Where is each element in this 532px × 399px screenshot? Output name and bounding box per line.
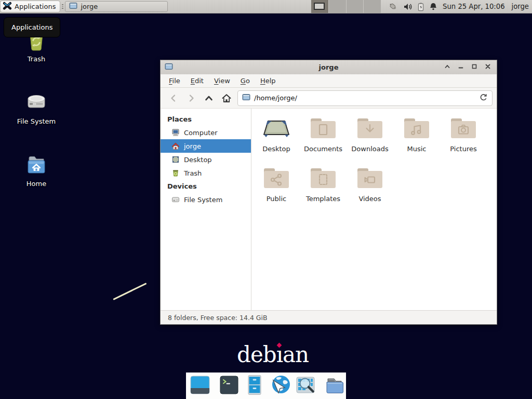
shade-icon xyxy=(443,62,451,72)
workspace-4[interactable] xyxy=(363,0,381,13)
folder-music-icon xyxy=(403,116,431,141)
reload-icon[interactable] xyxy=(479,93,488,103)
sidebar-item-label: Computer xyxy=(184,129,218,137)
up-button[interactable] xyxy=(200,90,218,106)
folder-public-icon xyxy=(262,166,290,191)
directory-menu-launcher[interactable] xyxy=(324,375,345,397)
top-panel: Applications jorge Sun 25 Apr, 10:06 jor… xyxy=(0,0,532,14)
dock-terminal-icon xyxy=(218,374,240,397)
file-item-music[interactable]: Music xyxy=(393,114,440,164)
workspace-2[interactable] xyxy=(328,0,346,13)
sidebar-item-label: Desktop xyxy=(184,156,212,164)
file-manager-launcher[interactable] xyxy=(244,375,265,397)
desktop-place-icon xyxy=(171,155,180,164)
menu-help[interactable]: Help xyxy=(255,75,281,86)
file-grid: Desktop Documents Downloads Music Pictur… xyxy=(251,109,497,310)
app-finder-launcher[interactable] xyxy=(295,375,316,397)
shade-button[interactable] xyxy=(443,63,452,72)
pager-window-thumb xyxy=(314,3,325,10)
applications-button[interactable]: Applications xyxy=(0,1,60,12)
sidebar-item-file-system[interactable]: File System xyxy=(161,193,251,206)
panel-username[interactable]: jorge xyxy=(512,3,529,10)
file-item-label: Videos xyxy=(358,195,381,203)
wordmark-i: ı xyxy=(276,342,283,367)
workspace-1[interactable] xyxy=(311,0,328,13)
trash-place-icon xyxy=(171,169,180,177)
file-item-label: Music xyxy=(407,145,427,153)
desktop-icon-label: Home xyxy=(26,180,46,188)
file-item-public[interactable]: Public xyxy=(253,164,300,214)
path-bar[interactable]: /home/jorge/ xyxy=(237,90,493,106)
maximize-button[interactable] xyxy=(470,63,479,72)
file-item-desktop[interactable]: Desktop xyxy=(253,114,300,164)
battery-icon[interactable] xyxy=(417,2,424,11)
file-item-templates[interactable]: Templates xyxy=(300,164,347,214)
applications-tooltip-text: Applications xyxy=(11,23,52,31)
forward-button[interactable] xyxy=(182,90,200,106)
sidebar-item-trash[interactable]: Trash xyxy=(161,166,251,180)
desktop-special-icon xyxy=(262,116,290,141)
file-item-label: Downloads xyxy=(351,145,388,153)
desktop-launcher[interactable] xyxy=(189,375,211,397)
file-item-label: Public xyxy=(267,195,286,203)
desktop-icon-label: File System xyxy=(17,117,56,125)
workspace-3[interactable] xyxy=(346,0,364,13)
dock-folder-icon xyxy=(324,374,345,397)
path-folder-icon xyxy=(242,93,250,103)
stray-line-artifact xyxy=(113,283,147,300)
menu-go[interactable]: Go xyxy=(235,75,255,86)
file-manager-window: jorge FileEditViewGoHelp /home/jorge/ Pl… xyxy=(160,60,497,325)
menu-file[interactable]: File xyxy=(164,75,185,86)
file-item-label: Documents xyxy=(304,145,342,153)
sidebar-item-desktop[interactable]: Desktop xyxy=(161,153,251,166)
sidebar: Places Computer jorge Desktop TrashDevic… xyxy=(161,109,251,310)
menu-view[interactable]: View xyxy=(209,75,235,86)
menu-edit[interactable]: Edit xyxy=(185,75,209,86)
menu-bar: FileEditViewGoHelp xyxy=(161,74,497,88)
file-item-downloads[interactable]: Downloads xyxy=(347,114,393,164)
path-text[interactable]: /home/jorge/ xyxy=(254,94,475,102)
sidebar-item-jorge[interactable]: jorge xyxy=(161,139,251,153)
window-icon xyxy=(165,62,173,72)
desktop-icon-label: Trash xyxy=(28,55,45,63)
sidebar-header-places: Places xyxy=(161,113,251,126)
home-button[interactable] xyxy=(218,90,235,106)
debian-wordmark: debıan xyxy=(237,342,309,367)
file-item-pictures[interactable]: Pictures xyxy=(440,114,487,164)
file-item-videos[interactable]: Videos xyxy=(347,164,393,214)
applications-button-label: Applications xyxy=(15,3,56,10)
status-bar: 8 folders, Free space: 14.4 GiB xyxy=(161,310,497,324)
folder-downloads-icon xyxy=(356,116,384,141)
back-button[interactable] xyxy=(165,90,182,106)
panel-handle[interactable] xyxy=(60,0,65,13)
wordmark-red-dot xyxy=(276,343,282,348)
terminal-launcher[interactable] xyxy=(218,375,240,397)
home-desktop-icon xyxy=(24,152,49,177)
toolbar: /home/jorge/ xyxy=(161,88,497,109)
minimize-button[interactable] xyxy=(456,63,466,72)
dock-finder-icon xyxy=(295,374,316,397)
volume-icon[interactable] xyxy=(403,3,413,11)
file-item-label: Desktop xyxy=(262,145,290,153)
file-item-label: Pictures xyxy=(450,145,476,153)
window-titlebar[interactable]: jorge xyxy=(161,60,497,74)
file-item-documents[interactable]: Documents xyxy=(300,114,347,164)
window-controls xyxy=(443,63,493,72)
desktop-icon-file-system[interactable]: File System xyxy=(5,90,68,125)
notifications-icon[interactable] xyxy=(429,2,437,11)
network-icon[interactable] xyxy=(388,2,398,11)
sidebar-header-devices: Devices xyxy=(161,180,251,193)
sidebar-item-computer[interactable]: Computer xyxy=(161,126,251,139)
sidebar-item-label: Trash xyxy=(184,169,202,177)
taskbar-window-label: jorge xyxy=(81,3,98,10)
panel-clock[interactable]: Sun 25 Apr, 10:06 xyxy=(443,3,504,10)
sidebar-item-label: File System xyxy=(184,196,222,204)
dock-cabinet-icon xyxy=(244,374,265,397)
folder-pictures-icon xyxy=(449,116,477,141)
taskbar-window-button[interactable]: jorge xyxy=(65,1,168,12)
desktop-icon-home[interactable]: Home xyxy=(5,152,68,188)
workspace-pager[interactable] xyxy=(311,0,381,13)
folder-mini-icon xyxy=(69,2,77,11)
web-browser-launcher[interactable] xyxy=(269,375,291,397)
close-button[interactable] xyxy=(483,63,493,72)
